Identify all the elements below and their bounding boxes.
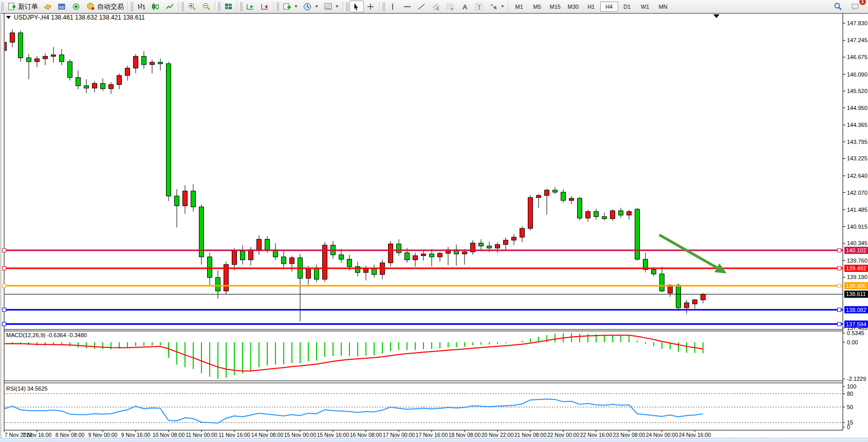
- candle-chart-button[interactable]: [149, 1, 163, 12]
- time-tick-label: 17 Nov 16:00: [416, 432, 448, 438]
- toolbar-grip[interactable]: [218, 2, 220, 11]
- candle-body: [27, 58, 31, 62]
- zoom-out-button[interactable]: [199, 1, 214, 12]
- line-handle[interactable]: [3, 284, 6, 287]
- toolbar-grip[interactable]: [1, 2, 4, 11]
- chat-icon: [851, 3, 860, 11]
- candle-body: [183, 191, 188, 206]
- candle-body: [134, 57, 138, 68]
- timeframe-w1-button[interactable]: W1: [636, 2, 654, 12]
- timeframe-d1-button[interactable]: D1: [618, 2, 636, 12]
- package-button[interactable]: [41, 1, 55, 12]
- toolbar-grip[interactable]: [181, 2, 184, 11]
- chart-window[interactable]: 147.830147.245146.675146.090145.520144.9…: [0, 0, 868, 442]
- dropdown-arrow-icon[interactable]: ▼: [315, 4, 319, 9]
- candle-body: [594, 212, 599, 217]
- text-label-tool-button[interactable]: T: [472, 1, 487, 12]
- candle-body: [693, 300, 697, 304]
- line-handle[interactable]: [838, 267, 841, 270]
- line-handle[interactable]: [3, 267, 6, 270]
- fibonacci-tool-icon: F: [446, 3, 455, 11]
- dropdown-arrow-icon[interactable]: ▼: [335, 4, 339, 9]
- time-tick-label: 24 Nov 16:00: [679, 432, 711, 438]
- radar-button[interactable]: [69, 1, 84, 12]
- timeframe-mn-button[interactable]: MN: [654, 2, 672, 12]
- line-chart-button[interactable]: [163, 1, 177, 12]
- macd-axis-label: 0.5345: [847, 330, 864, 336]
- new-order-button[interactable]: 新订单: [5, 1, 41, 12]
- svg-text:T: T: [477, 4, 481, 10]
- timeframe-h4-button[interactable]: H4: [600, 2, 618, 12]
- timeframe-m1-button[interactable]: M1: [510, 2, 528, 12]
- chart-shift-button[interactable]: [244, 1, 258, 12]
- candle-body: [290, 258, 294, 264]
- price-tick-label: 142.640: [847, 173, 867, 179]
- text-tool-button[interactable]: A: [458, 1, 472, 12]
- candle-body: [142, 57, 146, 65]
- candle-body: [701, 294, 706, 300]
- candle-body: [537, 195, 541, 197]
- toolbar-grip[interactable]: [131, 2, 133, 11]
- periods-clock-button[interactable]: ▼: [301, 1, 321, 12]
- bars-chart-button[interactable]: [134, 1, 149, 12]
- line-handle[interactable]: [838, 308, 841, 311]
- fibonacci-tool-button[interactable]: F: [444, 1, 458, 12]
- price-tick-label: 142.070: [847, 190, 867, 196]
- crosshair-button[interactable]: [364, 1, 378, 12]
- price-tick-label: 147.245: [847, 37, 867, 43]
- toolbar-grip[interactable]: [346, 2, 348, 11]
- time-tick-label: 11 Nov 00:00: [186, 432, 217, 438]
- candle-body: [528, 197, 533, 228]
- line-handle[interactable]: [838, 249, 841, 252]
- price-tick-label: 141.485: [847, 207, 867, 213]
- template-button[interactable]: ▼: [321, 1, 342, 12]
- timeframe-h1-button[interactable]: H1: [582, 2, 600, 12]
- trendline-tool-button[interactable]: [415, 1, 429, 12]
- chart-menu-triangle-icon[interactable]: [6, 16, 11, 19]
- price-tick-label: 146.090: [847, 71, 867, 78]
- dropdown-arrow-icon[interactable]: ▼: [294, 4, 298, 9]
- cursor-button[interactable]: [349, 1, 364, 12]
- chart-shift-marker-icon[interactable]: [713, 14, 719, 18]
- toolbar-separator: [379, 2, 380, 12]
- timeframe-m15-button[interactable]: M15: [546, 2, 564, 12]
- toolbar-separator: [273, 2, 274, 12]
- search-button[interactable]: [831, 1, 845, 12]
- toolbar-grip[interactable]: [382, 2, 385, 11]
- vline-tool-button[interactable]: [386, 1, 400, 12]
- candle-body: [397, 244, 401, 253]
- trading-terminal-window: 新订单自动交易▼▼▼EFAT▼M1M5M15M30H1H4D1W1MN1 147…: [0, 0, 868, 442]
- toolbar-button-label: 自动交易: [97, 2, 124, 11]
- terminal-window-button[interactable]: [55, 1, 69, 12]
- line-handle[interactable]: [3, 249, 6, 252]
- trend-arrow-line[interactable]: [659, 235, 723, 271]
- rsi-axis-label: 100: [847, 383, 856, 390]
- hline-tool-button[interactable]: [400, 1, 415, 12]
- line-handle[interactable]: [3, 322, 6, 326]
- timeframe-m5-button[interactable]: M5: [528, 2, 546, 12]
- timeframe-m30-button[interactable]: M30: [564, 2, 582, 12]
- hline-price-label-text: 138.082: [846, 307, 866, 313]
- dropdown-arrow-icon[interactable]: ▼: [501, 4, 505, 9]
- toolbar-grip[interactable]: [276, 2, 279, 11]
- line-handle[interactable]: [838, 322, 841, 326]
- channel-tool-button[interactable]: E: [429, 1, 444, 12]
- candle-body: [101, 83, 105, 88]
- tile-windows-button[interactable]: [221, 1, 236, 12]
- candle-body: [175, 196, 179, 206]
- candle-body: [158, 62, 163, 64]
- arrows-tool-button[interactable]: ▼: [487, 1, 507, 12]
- price-tick-label: 143.225: [847, 155, 867, 161]
- svg-text:E: E: [437, 7, 439, 11]
- add-indicator-button[interactable]: ▼: [280, 1, 301, 12]
- candle-body: [495, 245, 500, 248]
- chat-button[interactable]: 1: [848, 1, 863, 12]
- candle-body: [125, 68, 130, 76]
- line-handle[interactable]: [3, 308, 6, 311]
- toolbar-grip[interactable]: [240, 2, 243, 11]
- zoom-in-button[interactable]: [185, 1, 199, 12]
- autotrade-icon: [86, 3, 96, 11]
- autotrade-button[interactable]: 自动交易: [84, 1, 126, 12]
- line-handle[interactable]: [838, 284, 841, 287]
- auto-scroll-button[interactable]: [258, 1, 272, 12]
